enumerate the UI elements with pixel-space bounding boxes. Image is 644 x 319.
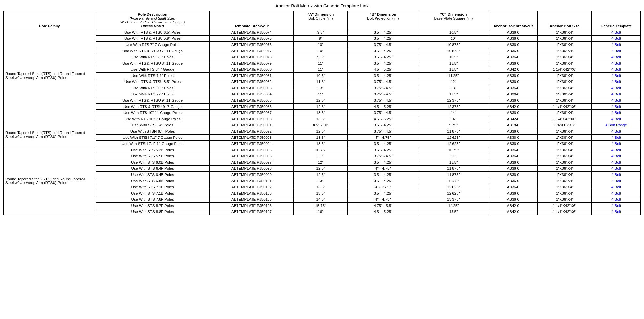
td-bolt-breakout: AB36-0 — [489, 29, 538, 36]
td-generic-template[interactable]: 4 Bolt — [592, 97, 641, 104]
td-c-dim: 11.875" — [418, 128, 489, 135]
td-c-dim: 11" — [418, 153, 489, 159]
td-bolt-size: 3/4"X18"X3" — [538, 122, 592, 128]
td-bolt-breakout: AB36-0 — [489, 79, 538, 85]
td-bolt-breakout: AB42-0 — [489, 203, 538, 209]
td-generic-template[interactable]: 4 Bolt Range — [592, 122, 641, 128]
td-bolt-size: 1"X36"X4" — [538, 73, 592, 79]
table-row: Use With RTS 10" 11 Gauge PolesABTEMPLAT… — [4, 110, 641, 116]
generic-template-link[interactable]: 4 Bolt — [611, 179, 621, 183]
td-bolt-size: 1"X36"X4" — [538, 36, 592, 42]
generic-template-link[interactable]: 4 Bolt — [611, 92, 621, 96]
td-generic-template[interactable]: 4 Bolt — [592, 104, 641, 110]
generic-template-link[interactable]: 4 Bolt — [611, 67, 621, 71]
td-generic-template[interactable]: 4 Bolt — [592, 203, 641, 209]
td-b-dim: 3.5" - 4.25" — [348, 54, 418, 60]
td-a-dim: 13.5" — [294, 190, 348, 196]
td-bolt-breakout: AB36-0 — [489, 196, 538, 203]
generic-template-link[interactable]: 4 Bolt — [611, 86, 621, 90]
generic-template-link[interactable]: 4 Bolt — [611, 49, 621, 53]
td-generic-template[interactable]: 4 Bolt — [592, 128, 641, 135]
table-row: Use With STS 6.0B PolesABTEMPLATE PJ5009… — [4, 159, 641, 166]
generic-template-link[interactable]: 4 Bolt — [611, 136, 621, 139]
td-description: Use With STS 6.4B Poles — [96, 172, 209, 178]
generic-template-link[interactable]: 4 Bolt — [611, 80, 621, 84]
generic-template-link[interactable]: 4 Bolt — [611, 191, 621, 195]
td-bolt-size: 1"X36"X4" — [538, 60, 592, 66]
generic-template-link[interactable]: 4 Bolt — [611, 142, 621, 146]
td-generic-template[interactable]: 4 Bolt — [592, 209, 641, 215]
td-description: Use With RTS & RTSU 5.9" Poles — [96, 36, 209, 42]
td-generic-template[interactable]: 4 Bolt — [592, 91, 641, 97]
td-generic-template[interactable]: 4 Bolt — [592, 110, 641, 116]
generic-template-link[interactable]: 4 Bolt Range — [605, 123, 627, 127]
generic-template-link[interactable]: 4 Bolt — [611, 167, 621, 170]
table-row: Use With RTS 7-8" PolesABTEMPLATE PJ5008… — [4, 91, 641, 97]
td-c-dim: 10" — [418, 36, 489, 42]
generic-template-link[interactable]: 4 Bolt — [611, 185, 621, 189]
td-generic-template[interactable]: 4 Bolt — [592, 79, 641, 85]
td-bolt-breakout: AB36-0 — [489, 178, 538, 184]
td-generic-template[interactable]: 4 Bolt — [592, 153, 641, 159]
td-b-dim: 3.5" - 4.25" — [348, 36, 418, 42]
generic-template-link[interactable]: 4 Bolt — [611, 74, 621, 78]
table-row: Use With STSH 7.1" 7 Gauge PolesABTEMPLA… — [4, 135, 641, 141]
td-generic-template[interactable]: 4 Bolt — [592, 48, 641, 54]
td-generic-template[interactable]: 4 Bolt — [592, 178, 641, 184]
td-generic-template[interactable]: 4 Bolt — [592, 85, 641, 91]
table-row: Use With RTS & RTSU 7" 11 GaugeABTEMPLAT… — [4, 48, 641, 54]
td-generic-template[interactable]: 4 Bolt — [592, 196, 641, 203]
td-a-dim: 12.5" — [294, 172, 348, 178]
generic-template-link[interactable]: 4 Bolt — [611, 210, 621, 214]
generic-template-link[interactable]: 4 Bolt — [611, 173, 621, 177]
td-generic-template[interactable]: 4 Bolt — [592, 29, 641, 36]
generic-template-link[interactable]: 4 Bolt — [611, 30, 621, 34]
th-anchor-bolt-breakout: Anchor Bolt break-out — [489, 11, 538, 29]
td-generic-template[interactable]: 4 Bolt — [592, 60, 641, 66]
td-b-dim: 3.5" - 4.25" — [348, 73, 418, 79]
th-a-dim: "A" Dimension Bolt Circle (in.) — [294, 11, 348, 29]
td-c-dim: 14" — [418, 116, 489, 122]
td-description: Use With RTS 6.6" Poles — [96, 54, 209, 60]
generic-template-link[interactable]: 4 Bolt — [611, 129, 621, 133]
generic-template-link[interactable]: 4 Bolt — [611, 61, 621, 65]
generic-template-link[interactable]: 4 Bolt — [611, 105, 621, 109]
td-bolt-size: 1"X36"X4" — [538, 196, 592, 203]
td-generic-template[interactable]: 4 Bolt — [592, 135, 641, 141]
td-bolt-size: 1"X36"X4" — [538, 91, 592, 97]
td-bolt-size: 1 1/4"X42"X6" — [538, 104, 592, 110]
generic-template-link[interactable]: 4 Bolt — [611, 98, 621, 102]
td-generic-template[interactable]: 4 Bolt — [592, 141, 641, 147]
generic-template-link[interactable]: 4 Bolt — [611, 154, 621, 158]
td-generic-template[interactable]: 4 Bolt — [592, 172, 641, 178]
td-generic-template[interactable]: 4 Bolt — [592, 42, 641, 48]
td-generic-template[interactable]: 4 Bolt — [592, 116, 641, 122]
td-generic-template[interactable]: 4 Bolt — [592, 166, 641, 172]
td-bolt-breakout: AB42-0 — [489, 66, 538, 73]
td-generic-template[interactable]: 4 Bolt — [592, 54, 641, 60]
generic-template-link[interactable]: 4 Bolt — [611, 117, 621, 121]
td-bolt-size: 1"X36"X4" — [538, 135, 592, 141]
td-c-dim: 11.875" — [418, 172, 489, 178]
generic-template-link[interactable]: 4 Bolt — [611, 197, 621, 201]
generic-template-link[interactable]: 4 Bolt — [611, 204, 621, 208]
td-generic-template[interactable]: 4 Bolt — [592, 184, 641, 190]
generic-template-link[interactable]: 4 Bolt — [611, 111, 621, 115]
td-bolt-breakout: AB36-0 — [489, 110, 538, 116]
generic-template-link[interactable]: 4 Bolt — [611, 160, 621, 164]
generic-template-link[interactable]: 4 Bolt — [611, 55, 621, 59]
td-generic-template[interactable]: 4 Bolt — [592, 73, 641, 79]
generic-template-link[interactable]: 4 Bolt — [611, 43, 621, 47]
td-generic-template[interactable]: 4 Bolt — [592, 190, 641, 196]
td-a-dim: 14.5" — [294, 196, 348, 203]
td-c-dim: 12.375" — [418, 97, 489, 104]
generic-template-link[interactable]: 4 Bolt — [611, 36, 621, 40]
td-generic-template[interactable]: 4 Bolt — [592, 147, 641, 153]
td-b-dim: 4.5" - 5.25" — [348, 66, 418, 73]
generic-template-link[interactable]: 4 Bolt — [611, 148, 621, 152]
td-a-dim: 10" — [294, 48, 348, 54]
td-a-dim: 12.5" — [294, 97, 348, 104]
td-generic-template[interactable]: 4 Bolt — [592, 36, 641, 42]
td-generic-template[interactable]: 4 Bolt — [592, 159, 641, 166]
td-generic-template[interactable]: 4 Bolt — [592, 66, 641, 73]
